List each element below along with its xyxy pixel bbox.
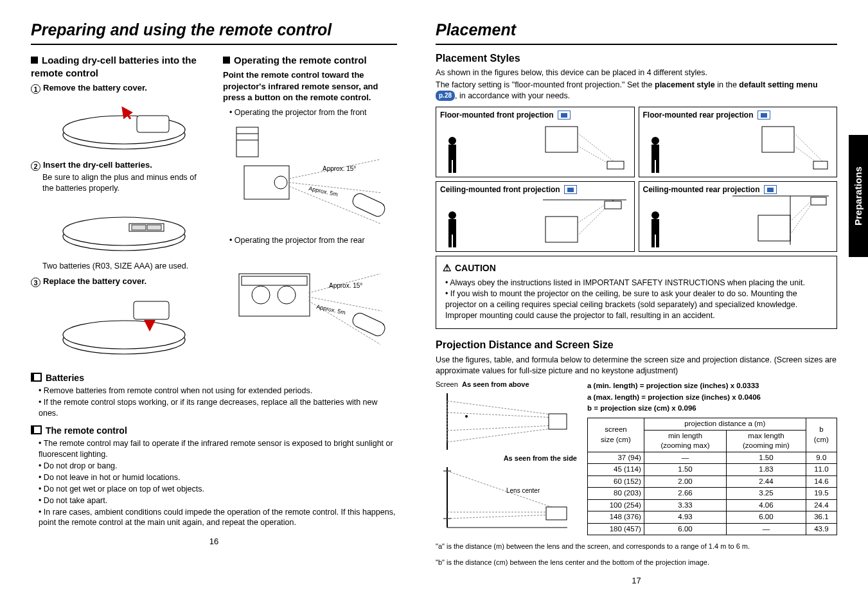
projection-icon (564, 185, 577, 194)
svg-rect-10 (134, 301, 169, 319)
batteries-notes: Remove batteries from remote control whe… (31, 386, 397, 419)
placement-box: Ceiling-mounted rear projection (639, 181, 838, 252)
page-number-left: 16 (31, 536, 397, 547)
front-caption: Operating the projector from the front (229, 107, 397, 118)
note-item: The remote control may fail to operate i… (39, 438, 397, 460)
th-screen: screensize (cm) (588, 418, 644, 452)
svg-rect-34 (762, 127, 794, 152)
caution-box: CAUTION Always obey the instructions lis… (436, 256, 837, 329)
note-item: Do not leave in hot or humid locations. (39, 472, 397, 483)
table-cell: — (727, 523, 806, 535)
svg-rect-25 (448, 145, 456, 160)
placement-name: Ceiling-mounted front projection (440, 184, 560, 195)
placement-styles-head: Placement Styles (436, 51, 837, 66)
angle-label: Approx. 15° (323, 165, 356, 172)
batteries-notes-head: Batteries (31, 372, 397, 384)
table-cell: 2.44 (727, 475, 806, 488)
svg-rect-39 (453, 235, 456, 247)
projection-icon (558, 111, 571, 120)
distance-label: Approx. 5m (308, 185, 338, 197)
table-row: 37 (94)—1.509.0 (588, 452, 837, 464)
loading-heading: Loading dry-cell batteries into the remo… (31, 54, 205, 80)
placement-grid: Floor-mounted front projection Floor-mou… (436, 107, 837, 252)
styles-intro-2: The factory setting is "floor-mounted fr… (436, 80, 837, 102)
step-2-desc: Be sure to align the plus and minus ends… (42, 172, 205, 194)
svg-rect-7 (147, 225, 161, 230)
table-cell: 9.0 (806, 452, 837, 464)
formula-a-max: a (max. length) = projection size (inche… (587, 393, 837, 403)
svg-rect-31 (651, 145, 659, 160)
table-cell: 2.00 (644, 475, 726, 488)
svg-rect-43 (545, 217, 578, 242)
note-item: If the remote control stops working, or … (39, 397, 397, 419)
operate-rear-illustration: Approx. 15° Approx. 5m (228, 248, 397, 357)
table-cell: 1.50 (727, 452, 806, 464)
svg-point-36 (448, 211, 456, 219)
table-row: 100 (254)3.334.0624.4 (588, 499, 837, 511)
projection-diagrams: Screen As seen from above As seen from t… (436, 380, 577, 535)
table-cell: 43.9 (806, 523, 837, 535)
svg-point-4 (63, 217, 185, 245)
formula-a-min: a (min. length) = projection size (inche… (587, 381, 837, 391)
svg-rect-20 (242, 276, 307, 285)
table-cell: 19.5 (806, 488, 837, 500)
battery-cover-remove-illustration (42, 96, 205, 154)
table-cell: 4.06 (727, 499, 806, 511)
projection-distance-table: screensize (cm) projection distance a (m… (587, 418, 837, 535)
page-left-title: Preparing and using the remote control (31, 19, 397, 45)
page-left: Preparing and using the remote control L… (0, 0, 416, 599)
svg-point-18 (252, 286, 270, 304)
table-row: 180 (457)6.00—43.9 (588, 523, 837, 535)
table-cell: 36.1 (806, 511, 837, 524)
table-cell: 6.00 (727, 511, 806, 524)
svg-point-30 (651, 137, 659, 145)
svg-rect-53 (549, 414, 567, 429)
table-cell: 24.4 (806, 499, 837, 511)
svg-text:Lens center: Lens center (506, 487, 540, 494)
svg-rect-26 (448, 160, 452, 173)
svg-rect-41 (605, 201, 621, 209)
note-item: Do not get wet or place on top of wet ob… (39, 484, 397, 495)
table-row: 45 (114)1.501.8311.0 (588, 464, 837, 476)
svg-rect-38 (448, 235, 452, 247)
step-2: 2Insert the dry-cell batteries. (31, 159, 205, 171)
svg-rect-49 (811, 197, 826, 205)
table-cell: 4.93 (644, 511, 726, 524)
page-ref-badge: p.28 (436, 91, 455, 101)
svg-text:Approx. 5m: Approx. 5m (315, 304, 346, 316)
formula-b: b = projection size (cm) x 0.096 (587, 404, 837, 414)
operating-heading: Operating the remote control (223, 54, 397, 67)
table-row: 60 (152)2.002.4414.6 (588, 475, 837, 488)
projection-icon (757, 111, 770, 120)
placement-name: Floor-mounted front projection (440, 110, 554, 120)
svg-point-44 (651, 211, 659, 219)
svg-rect-14 (236, 127, 258, 157)
svg-rect-46 (651, 235, 655, 247)
page-number-right: 17 (436, 575, 837, 587)
svg-text:Approx. 15°: Approx. 15° (329, 282, 362, 289)
caution-item: If you wish to mount the projector on th… (445, 289, 830, 321)
projection-icon (764, 185, 777, 194)
operate-front-illustration: Approx. 15° Approx. 5m (228, 121, 397, 230)
svg-point-19 (278, 286, 296, 304)
caution-item: Always obey the instructions listed in I… (445, 278, 830, 289)
battery-cover-replace-illustration (42, 290, 205, 360)
table-cell: 6.00 (644, 523, 726, 535)
svg-rect-27 (453, 160, 456, 173)
table-cell: 100 (254) (588, 499, 644, 511)
right-column: Operating the remote control Point the r… (223, 51, 397, 366)
table-cell: 180 (457) (588, 523, 644, 535)
note-item: Remove batteries from remote control whe… (39, 386, 397, 396)
step-2-note: Two batteries (R03, SIZE AAA) are used. (42, 261, 205, 272)
svg-rect-13 (350, 191, 386, 218)
step-3: 3Replace the battery cover. (31, 276, 205, 287)
styles-intro-1: As shown in the figures below, this devi… (436, 67, 837, 78)
th-proj-dist: projection distance a (m) (644, 418, 806, 430)
svg-rect-37 (448, 219, 456, 235)
th-b: b(cm) (806, 418, 837, 452)
table-cell: 2.66 (644, 488, 726, 500)
table-row: 148 (376)4.936.0036.1 (588, 511, 837, 524)
page-right: Placement Placement Styles As shown in t… (416, 0, 868, 599)
battery-insert-illustration (42, 198, 205, 256)
note-item: Do not drop or bang. (39, 461, 397, 472)
